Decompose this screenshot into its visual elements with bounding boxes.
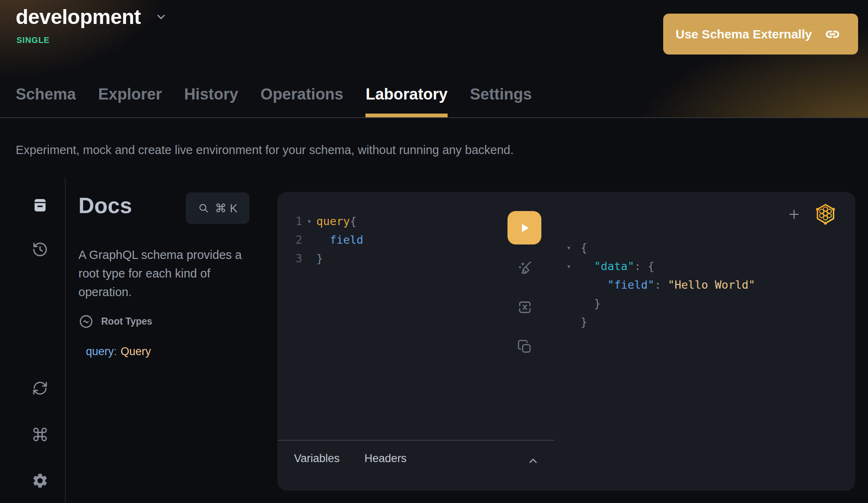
docs-description: A GraphQL schema provides a root type fo… bbox=[78, 246, 262, 301]
tab-laboratory[interactable]: Laboratory bbox=[365, 85, 447, 117]
sidebar-refresh-button[interactable] bbox=[31, 379, 49, 397]
page-title: development bbox=[16, 5, 141, 29]
docs-icon bbox=[32, 197, 48, 214]
editor-line: 1 ▾ query{ bbox=[286, 212, 363, 230]
main-nav: Schema Explorer History Operations Labor… bbox=[16, 85, 532, 117]
sidebar-divider bbox=[65, 178, 66, 503]
line-number: 1 bbox=[286, 212, 302, 230]
link-icon bbox=[824, 26, 841, 43]
fold-toggle-icon[interactable]: ▾ bbox=[302, 212, 316, 230]
response-line: } bbox=[567, 294, 755, 313]
command-icon bbox=[32, 426, 48, 443]
search-icon bbox=[198, 202, 209, 214]
sidebar-docs-button[interactable] bbox=[31, 196, 49, 214]
use-schema-externally-button[interactable]: Use Schema Externally bbox=[663, 14, 858, 55]
tab-explorer[interactable]: Explorer bbox=[98, 85, 162, 117]
refresh-icon bbox=[32, 380, 48, 396]
gear-icon bbox=[31, 472, 49, 489]
fold-toggle-icon[interactable]: ▾ bbox=[567, 238, 581, 257]
collapse-footer-button[interactable] bbox=[527, 455, 539, 467]
play-icon bbox=[517, 221, 532, 235]
tab-variables[interactable]: Variables bbox=[294, 452, 340, 465]
editor-line: 3 } bbox=[286, 249, 363, 268]
docs-search-button[interactable]: ⌘ K bbox=[186, 192, 249, 224]
line-number: 2 bbox=[286, 230, 302, 249]
tab-schema[interactable]: Schema bbox=[16, 85, 76, 117]
page-subtitle: Experiment, mock and create live environ… bbox=[16, 143, 514, 157]
prettify-button[interactable] bbox=[515, 258, 534, 277]
sidebar-history-button[interactable] bbox=[31, 240, 49, 259]
copy-query-button[interactable] bbox=[515, 337, 534, 356]
query-editor[interactable]: 1 ▾ query{ 2 field 3 } bbox=[286, 212, 363, 268]
editor-line: 2 field bbox=[286, 230, 363, 249]
execute-query-button[interactable] bbox=[508, 211, 541, 244]
line-number: 3 bbox=[286, 249, 302, 268]
docs-title: Docs bbox=[78, 193, 132, 218]
environment-badge: SINGLE bbox=[17, 36, 50, 45]
response-line: } bbox=[567, 313, 755, 331]
root-types-label: Root Types bbox=[101, 316, 152, 327]
prettify-icon bbox=[516, 259, 534, 277]
target-selector[interactable]: development bbox=[16, 5, 167, 29]
editor-footer-tabs: Variables Headers bbox=[294, 452, 407, 465]
copy-icon bbox=[517, 339, 533, 355]
merge-fragments-button[interactable] bbox=[515, 298, 534, 317]
root-type-query-link[interactable]: query:Query bbox=[86, 345, 151, 358]
root-types-icon bbox=[78, 314, 94, 329]
plus-icon bbox=[787, 207, 801, 221]
editor-footer-divider bbox=[277, 440, 554, 441]
response-line: ▾ "data":{ bbox=[567, 257, 755, 275]
chevron-up-icon bbox=[527, 455, 539, 467]
header: development SINGLE Use Schema Externally… bbox=[0, 0, 868, 118]
root-types-section: Root Types bbox=[78, 314, 152, 329]
merge-icon bbox=[517, 299, 533, 316]
fold-toggle-icon[interactable]: ▾ bbox=[567, 257, 581, 275]
add-tab-button[interactable] bbox=[787, 207, 802, 222]
chevron-down-icon bbox=[155, 11, 167, 23]
response-viewer: ▾ { ▾ "data":{ "field":"Hello World" } } bbox=[567, 238, 755, 331]
hive-logo[interactable] bbox=[814, 203, 837, 225]
search-shortcut: ⌘ K bbox=[215, 202, 237, 215]
tab-history[interactable]: History bbox=[184, 85, 238, 117]
response-line: ▾ { bbox=[567, 238, 755, 257]
history-icon bbox=[32, 241, 48, 258]
tab-operations[interactable]: Operations bbox=[261, 85, 344, 117]
response-line: "field":"Hello World" bbox=[567, 275, 755, 294]
sidebar-settings-button[interactable] bbox=[31, 472, 49, 490]
sidebar-shortcuts-button[interactable] bbox=[31, 425, 49, 444]
tab-settings[interactable]: Settings bbox=[470, 85, 532, 117]
laboratory-page: development SINGLE Use Schema Externally… bbox=[0, 0, 868, 503]
laboratory-panel: 1 ▾ query{ 2 field 3 } bbox=[277, 192, 855, 491]
tab-headers[interactable]: Headers bbox=[365, 452, 407, 465]
